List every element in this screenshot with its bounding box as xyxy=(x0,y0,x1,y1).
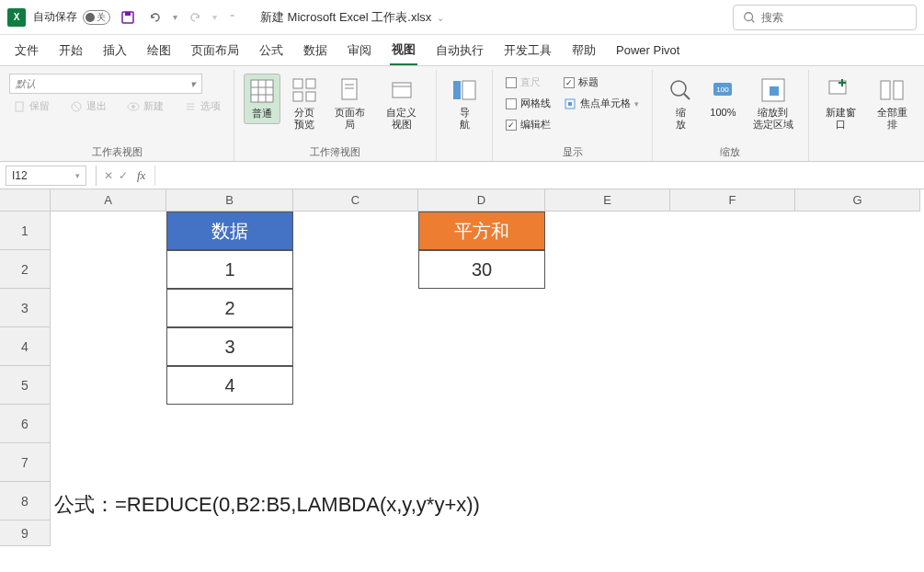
cancel-icon[interactable]: ✕ xyxy=(104,169,113,182)
normal-view-button[interactable]: 普通 xyxy=(244,74,280,124)
redo-button[interactable] xyxy=(185,7,205,28)
colhead-B[interactable]: B xyxy=(166,189,293,212)
svg-line-31 xyxy=(684,94,690,99)
cell-B4[interactable]: 3 xyxy=(166,327,293,366)
cell-D2[interactable]: 30 xyxy=(418,250,545,289)
fx-icon[interactable]: fx xyxy=(137,168,145,183)
keep-button[interactable]: 保留 xyxy=(9,97,53,115)
tab-dev[interactable]: 开发工具 xyxy=(502,37,553,64)
focus-cell-button[interactable]: 焦点单元格 ▾ xyxy=(560,95,643,112)
formula-bar: I12 ▾ ✕ ✓ fx xyxy=(0,162,924,189)
zoom-100-button[interactable]: 100 100% xyxy=(704,74,741,122)
autosave-label: 自动保存 xyxy=(33,9,77,25)
svg-rect-24 xyxy=(393,83,411,97)
new-view-button[interactable]: 新建 xyxy=(123,97,167,115)
tab-draw[interactable]: 绘图 xyxy=(145,37,173,64)
svg-text:100: 100 xyxy=(717,86,730,94)
excel-logo-icon: X xyxy=(7,8,26,27)
customview-icon xyxy=(389,77,415,103)
group-zoom: 缩 放 100 100% 缩放到 选定区域 缩放 xyxy=(653,70,808,161)
new-window-button[interactable]: 新建窗口 xyxy=(818,74,864,134)
cell-B2[interactable]: 1 xyxy=(166,250,293,289)
colhead-D[interactable]: D xyxy=(418,189,545,212)
rowhead-3[interactable]: 3 xyxy=(0,289,51,327)
tab-view[interactable]: 视图 xyxy=(390,36,417,65)
nav-button[interactable]: 导 航 xyxy=(446,74,483,134)
tab-insert[interactable]: 插入 xyxy=(101,37,129,64)
list-icon xyxy=(184,100,197,113)
search-input[interactable] xyxy=(761,11,907,24)
zoomsel-icon xyxy=(760,77,786,103)
svg-rect-29 xyxy=(568,102,572,106)
rowhead-1[interactable]: 1 xyxy=(0,212,51,250)
tab-powerpivot[interactable]: Power Pivot xyxy=(614,38,681,63)
svg-point-30 xyxy=(671,81,686,96)
formula-input[interactable] xyxy=(154,166,924,186)
undo-dropdown[interactable]: ▾ xyxy=(173,12,177,22)
grid[interactable]: A B C D E F G 1 2 3 4 5 6 7 8 9 数据 1 2 3… xyxy=(0,189,924,572)
colhead-C[interactable]: C xyxy=(293,189,418,212)
rowhead-8[interactable]: 8 xyxy=(0,482,51,521)
rowhead-2[interactable]: 2 xyxy=(0,250,51,289)
svg-rect-21 xyxy=(342,79,357,99)
nav-icon xyxy=(451,77,477,103)
cell-B5[interactable]: 4 xyxy=(166,366,293,405)
select-all-corner[interactable] xyxy=(0,189,51,212)
view-options-button[interactable]: 选项 xyxy=(180,97,224,115)
ruler-check[interactable]: 直尺 xyxy=(502,74,554,91)
exit-button[interactable]: 退出 xyxy=(66,97,110,115)
sheetview-combo[interactable]: 默认 ▾ xyxy=(9,74,202,94)
svg-rect-17 xyxy=(293,79,302,88)
rowhead-7[interactable]: 7 xyxy=(0,443,51,482)
tab-home[interactable]: 开始 xyxy=(57,37,85,64)
search-box[interactable] xyxy=(733,5,917,30)
colhead-G[interactable]: G xyxy=(795,189,920,212)
rowhead-9[interactable]: 9 xyxy=(0,521,51,546)
group-show: 直尺 网格线 编辑栏 标题 焦点单元格 ▾ 显示 xyxy=(493,70,653,161)
rowhead-5[interactable]: 5 xyxy=(0,366,51,405)
arrange-button[interactable]: 全部重排 xyxy=(869,74,915,134)
qat-customize[interactable]: ⁼ xyxy=(230,12,234,22)
pagelayout-button[interactable]: 页面布局 xyxy=(328,74,371,134)
customview-button[interactable]: 自定义视图 xyxy=(376,74,427,134)
name-box[interactable]: I12 ▾ xyxy=(6,166,86,186)
document-title[interactable]: 新建 Microsoft Excel 工作表.xlsx ⌄ xyxy=(260,9,444,26)
chevron-down-icon: ▾ xyxy=(190,78,196,90)
rowhead-4[interactable]: 4 xyxy=(0,327,51,366)
autosave-control[interactable]: 自动保存 关 xyxy=(33,9,110,25)
cell-B1[interactable]: 数据 xyxy=(166,212,293,250)
colhead-A[interactable]: A xyxy=(51,189,166,212)
colhead-E[interactable]: E xyxy=(545,189,670,212)
grid-icon xyxy=(249,78,275,104)
cell-B3[interactable]: 2 xyxy=(166,289,293,327)
headings-check[interactable]: 标题 xyxy=(560,74,643,91)
rowhead-6[interactable]: 6 xyxy=(0,405,51,443)
undo-button[interactable] xyxy=(145,7,165,28)
tab-formulas[interactable]: 公式 xyxy=(257,37,285,64)
save-icon xyxy=(120,10,135,25)
cell-D1[interactable]: 平方和 xyxy=(418,212,545,250)
formulabar-check[interactable]: 编辑栏 xyxy=(502,116,554,133)
autosave-toggle[interactable]: 关 xyxy=(83,10,110,25)
group-nav: 导 航 xyxy=(437,70,493,161)
redo-dropdown[interactable]: ▾ xyxy=(212,12,217,22)
tab-help[interactable]: 帮助 xyxy=(570,37,598,64)
tab-pagelayout[interactable]: 页面布局 xyxy=(189,37,241,64)
tab-file[interactable]: 文件 xyxy=(13,37,40,64)
tab-data[interactable]: 数据 xyxy=(302,37,329,64)
zoom-button[interactable]: 缩 放 xyxy=(662,74,699,134)
zoom-selection-button[interactable]: 缩放到 选定区域 xyxy=(747,74,799,134)
tab-review[interactable]: 审阅 xyxy=(346,37,373,64)
pagebreak-button[interactable]: 分页 预览 xyxy=(286,74,323,134)
svg-line-6 xyxy=(74,104,79,109)
cell-A8[interactable]: 公式：=REDUCE(0,B2:B5,LAMBDA(x,y,y*y+x)) xyxy=(54,486,480,524)
save-button[interactable] xyxy=(118,7,138,28)
tab-auto[interactable]: 自动执行 xyxy=(434,37,485,64)
title-bar: X 自动保存 关 ▾ ▾ ⁼ 新建 Microsoft Excel 工作表.xl… xyxy=(0,0,924,35)
gridlines-check[interactable]: 网格线 xyxy=(502,95,554,112)
focus-icon xyxy=(564,97,576,110)
zoom-icon xyxy=(667,77,693,103)
chevron-down-icon: ▾ xyxy=(634,99,639,109)
colhead-F[interactable]: F xyxy=(670,189,795,212)
accept-icon[interactable]: ✓ xyxy=(119,169,128,182)
